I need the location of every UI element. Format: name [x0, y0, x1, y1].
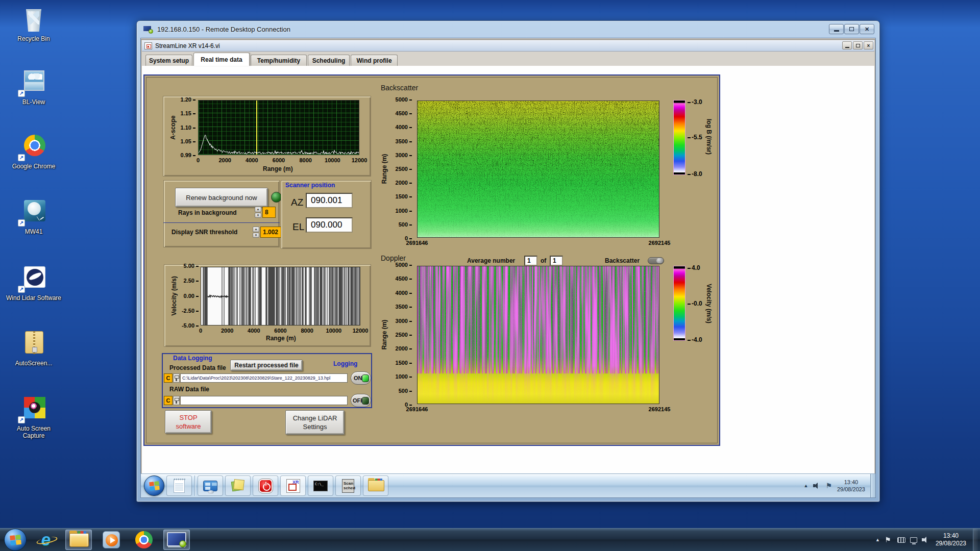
action-center-flag-icon[interactable]: ⚑: [825, 482, 832, 489]
taskbar-remote-desktop[interactable]: [163, 530, 190, 550]
stop-line1: STOP: [179, 413, 197, 422]
remote-taskbar-stop-app[interactable]: [253, 475, 278, 496]
command-prompt-icon: C:\_: [313, 481, 328, 491]
show-desktop-button[interactable]: [973, 529, 978, 551]
rays-spinner[interactable]: ▲▼: [255, 207, 261, 218]
tab-temp-humidity[interactable]: Temp/humidity: [251, 55, 307, 66]
tick-label: 3000: [396, 153, 412, 158]
remote-taskbar-system-settings[interactable]: [198, 475, 223, 496]
taskbar-media-player[interactable]: [98, 530, 125, 550]
tick-label: 1.05: [181, 139, 195, 144]
tick-label: 1000: [396, 208, 412, 214]
minimize-button[interactable]: [829, 24, 844, 34]
drive-letter-selector[interactable]: C: [164, 373, 173, 383]
remote-taskbar-explorer[interactable]: [363, 475, 388, 496]
stop-software-button[interactable]: STOP software: [165, 410, 212, 434]
remote-start-button[interactable]: [144, 475, 164, 496]
remote-taskbar-streamline-xr[interactable]: XR: [280, 475, 306, 496]
remote-taskbar-notepad[interactable]: [166, 475, 192, 496]
taskbar-chrome[interactable]: [131, 530, 157, 550]
colorbar-tick: -0.0: [688, 300, 702, 307]
rdp-titlebar[interactable]: 192.168.0.150 - Remote Desktop Connectio…: [137, 21, 879, 38]
system-tray: ▲ ⚑ 13:40 29/08/2023: [875, 529, 980, 551]
raw-path-field[interactable]: [180, 396, 348, 405]
volume-icon[interactable]: [922, 537, 929, 543]
clock-time: 13:40: [936, 532, 966, 540]
tick-label: 12000: [352, 157, 368, 163]
tray-expand-icon[interactable]: ▲: [803, 483, 808, 488]
processed-path-field[interactable]: C:\Lidar\Data\Proc\2023\202308\20230829\…: [180, 373, 348, 383]
tray-expand-icon[interactable]: ▲: [875, 537, 880, 542]
vi-titlebar[interactable]: StreamLine XR v14-6.vi: [142, 40, 874, 52]
velocity-yticks: 5.002.500.00-2.50-5.00: [176, 263, 199, 329]
snr-spinner[interactable]: ▲▼: [253, 227, 259, 238]
tab-wind-profile[interactable]: Wind profile: [351, 55, 398, 66]
change-lidar-settings-button[interactable]: Change LiDAR Settings: [285, 410, 345, 435]
desktop-icon-bl-view[interactable]: ↗ BL-View: [5, 67, 62, 106]
restart-processed-file-button[interactable]: Restart processed file: [230, 360, 303, 371]
desktop-icon-google-chrome[interactable]: ↗ Google Chrome: [5, 132, 62, 170]
desktop-icon-recycle-bin[interactable]: Recycle Bin: [5, 4, 62, 42]
bl-view-icon: [24, 70, 44, 91]
raw-drive-letter-selector[interactable]: C: [164, 396, 173, 405]
desktop-icon-mw41[interactable]: ↗ MW41: [5, 197, 62, 235]
remote-taskbar-command-prompt[interactable]: C:\_: [308, 475, 333, 496]
tab-system-setup[interactable]: System setup: [145, 55, 192, 66]
tick-label: 4000: [246, 157, 258, 163]
chrome-icon: [24, 135, 45, 156]
start-button[interactable]: [4, 529, 27, 551]
backscatter-noise: [418, 101, 659, 237]
desktop-icon-auto-screen-capture[interactable]: ↗ Auto Screen Capture: [5, 394, 62, 439]
tick-label: 1.10: [181, 125, 195, 131]
vi-restore-button[interactable]: [853, 41, 863, 49]
desktop-icon-label: AutoScreen...: [5, 360, 62, 367]
volume-icon[interactable]: [813, 483, 820, 489]
desktop-icon-wind-lidar[interactable]: ↗ Wind Lidar Software: [5, 263, 62, 302]
mw41-icon: [24, 200, 45, 221]
desktop-icon-autoscreen[interactable]: AutoScreen...: [5, 329, 62, 367]
maximize-button[interactable]: [844, 24, 859, 34]
desktop-icon-label: Google Chrome: [5, 163, 62, 170]
network-icon[interactable]: [910, 537, 917, 543]
processed-logging-toggle[interactable]: ON: [351, 371, 371, 385]
tick-label: 2000: [396, 346, 412, 352]
remote-taskbar: XR C:\_ Scansched ▲ ⚑ 13:40 29/08/2023: [141, 473, 875, 497]
vi-minimize-button[interactable]: [842, 41, 852, 49]
tick-label: 8000: [301, 328, 313, 334]
path-browse-icon[interactable]: [173, 373, 180, 383]
vi-close-button[interactable]: ×: [864, 41, 873, 49]
backscatter-toggle-switch[interactable]: [648, 257, 664, 264]
remote-clock[interactable]: 13:40 29/08/2023: [837, 479, 865, 493]
average-number-field[interactable]: 1: [524, 256, 537, 266]
remote-taskbar-sticky-notes[interactable]: [225, 475, 251, 496]
action-center-flag-icon[interactable]: ⚑: [885, 536, 893, 543]
tab-real-time-data[interactable]: Real time data: [193, 53, 250, 66]
tick-label: 1000: [396, 374, 412, 380]
velocity-xticks: 020004000600080001000012000: [201, 327, 360, 334]
tab-scheduling[interactable]: Scheduling: [308, 55, 350, 66]
backscatter-plot: [417, 101, 659, 238]
remote-system-tray: ▲ ⚑ 13:40 29/08/2023: [803, 474, 875, 497]
shortcut-arrow-icon: ↗: [18, 286, 25, 293]
remote-show-desktop-button[interactable]: [870, 474, 875, 497]
input-indicator-icon[interactable]: [897, 537, 905, 543]
raw-path-browse-icon[interactable]: [173, 396, 180, 405]
tick-label: 3000: [396, 318, 412, 324]
data-logging-title: Data Logging: [173, 355, 212, 362]
taskbar-windows-explorer[interactable]: [65, 530, 92, 550]
taskbar-internet-explorer[interactable]: e: [33, 530, 59, 550]
rays-value-field[interactable]: 8: [262, 207, 276, 218]
clock[interactable]: 13:40 29/08/2023: [936, 532, 966, 547]
snr-value-field[interactable]: 1.002: [260, 227, 282, 238]
ascope-trace: [199, 101, 359, 155]
raw-logging-toggle[interactable]: OFF: [351, 394, 371, 407]
tick-label: 2500: [396, 332, 412, 338]
renew-background-button[interactable]: Renew background now: [175, 188, 268, 207]
az-value-field[interactable]: 090.001: [306, 193, 353, 208]
el-value-field[interactable]: 090.000: [306, 217, 353, 233]
wind-lidar-icon: [24, 266, 45, 288]
tick-label: 0.99: [181, 153, 195, 158]
remote-taskbar-scan-scheduler[interactable]: Scansched: [335, 475, 361, 496]
close-button[interactable]: ✕: [860, 24, 874, 34]
average-count-field[interactable]: 1: [550, 256, 563, 266]
